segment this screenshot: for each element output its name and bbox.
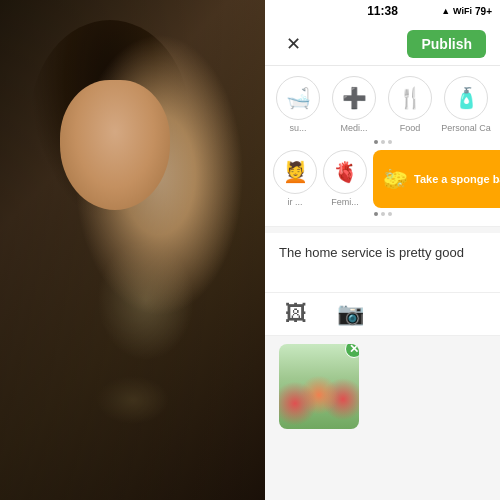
category-item-sponge-active[interactable]: 🧽 Take a sponge bath [373,150,500,208]
category-item-femi[interactable]: 🫀 Femi... [323,150,367,208]
dots-indicator-1 [273,140,492,144]
cat-icon-personal: 🧴 [444,76,488,120]
dots-indicator-2 [273,212,492,216]
remove-image-button[interactable]: ✕ [345,344,359,358]
cat-label-medi: Medi... [340,123,367,134]
cat-icon-femi: 🫀 [323,150,367,194]
preview-thumbnail: ✕ [279,344,359,429]
category-item-medi[interactable]: ➕ Medi... [329,76,379,134]
cat-icon-sponge: 🧽 [383,167,408,191]
categories-panel: 🛁 su... ➕ Medi... 🍴 Food 🧴 Personal Ca [265,66,500,227]
category-item-su[interactable]: 🛁 su... [273,76,323,134]
thumb-image [279,344,359,429]
cat-label-food: Food [400,123,421,134]
publish-button[interactable]: Publish [407,30,486,58]
dot-4 [374,212,378,216]
image-preview-area: ✕ [265,336,500,500]
wifi-icon: WiFi [453,6,472,16]
category-item-food[interactable]: 🍴 Food [385,76,435,134]
category-row-1: 🛁 su... ➕ Medi... 🍴 Food 🧴 Personal Ca [273,76,492,134]
image-picker-button[interactable]: 🖼 [285,301,307,327]
dot-6 [388,212,392,216]
cat-icon-su: 🛁 [276,76,320,120]
dot-5 [381,212,385,216]
status-bar: 11:38 ▲ WiFi 79+ [265,0,500,22]
cat-label-su: su... [289,123,306,134]
category-item-personal[interactable]: 🧴 Personal Ca [441,76,491,134]
photo-overlay [0,0,265,500]
close-button[interactable]: ✕ [279,30,307,58]
status-icons: ▲ WiFi 79+ [441,6,492,17]
camera-button[interactable]: 📷 [337,301,364,327]
cat-label-personal: Personal Ca [441,123,491,134]
signal-icon: ▲ [441,6,450,16]
photo-panel [0,0,265,500]
cat-label-ir: ir ... [288,197,303,208]
phone-panel: 11:38 ▲ WiFi 79+ ✕ Publish 🛁 su... ➕ Med… [265,0,500,500]
dot-3 [388,140,392,144]
category-row-2: 💆 ir ... 🫀 Femi... 🧽 Take a sponge bath [273,150,492,208]
top-bar: ✕ Publish [265,22,500,66]
status-time: 11:38 [367,4,398,18]
text-area[interactable]: The home service is pretty good [265,233,500,293]
media-toolbar: 🖼 📷 [265,293,500,336]
cat-icon-medi: ➕ [332,76,376,120]
category-item-ir[interactable]: 💆 ir ... [273,150,317,208]
dot-1 [374,140,378,144]
battery-icon: 79+ [475,6,492,17]
cat-icon-ir: 💆 [273,150,317,194]
cat-icon-food: 🍴 [388,76,432,120]
cat-label-femi: Femi... [331,197,359,208]
cat-label-sponge: Take a sponge bath [414,173,500,185]
dot-2 [381,140,385,144]
post-text: The home service is pretty good [279,243,486,263]
